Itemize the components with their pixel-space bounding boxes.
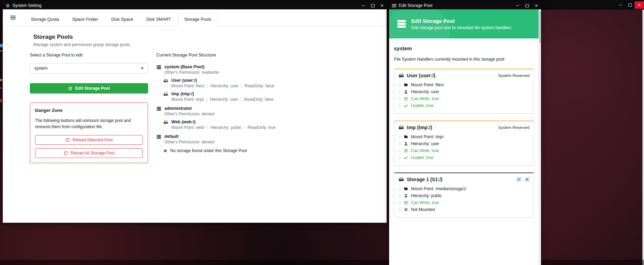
window-title: Edit Storage Pool xyxy=(399,3,432,8)
hdd-icon xyxy=(398,177,404,182)
hdd-icon xyxy=(163,78,168,83)
maximize-button[interactable] xyxy=(522,2,532,9)
mount-node-tmp: tmp (tmp:/) Mount Point: tmp/|Hierarchy:… xyxy=(163,91,378,102)
check-icon xyxy=(404,156,408,160)
storage-pool-icon xyxy=(397,19,406,29)
settings-tabbar: Storage Quota Space Finder Disk Space Di… xyxy=(3,9,387,26)
tab-disk-smart[interactable]: Disk SMART xyxy=(140,13,178,26)
handler-card-tmp: tmp (tmp:/) System Reserved Mount Point:… xyxy=(394,121,534,166)
handler-detail-row: Hierarchy: public xyxy=(398,192,530,199)
desktop-label-fragment: xt xyxy=(0,50,2,52)
close-icon xyxy=(380,3,383,8)
gear-icon xyxy=(6,3,10,8)
mount-node-web: Web (web:/) Mount Point: web/|Hierarchy:… xyxy=(163,120,378,130)
hdd-icon xyxy=(398,73,404,78)
maximize-button[interactable] xyxy=(368,2,377,9)
edit-icon xyxy=(68,86,72,91)
background-window-edge xyxy=(642,10,644,265)
tab-space-finder[interactable]: Space Finder xyxy=(66,13,104,26)
desktop-label-fragment: 1. xyxy=(0,87,2,89)
edit-pool-titlebar[interactable]: Edit Storage Pool xyxy=(389,2,541,9)
mount-details: Mount Point: web/|Hierarchy: public|Read… xyxy=(171,125,275,130)
background-minimize-button[interactable] xyxy=(616,1,625,9)
menu-button[interactable] xyxy=(10,9,24,26)
danger-zone-text: The following buttons will unmount stora… xyxy=(35,117,143,130)
reload-selected-pool-button[interactable]: Reload Selected Pool xyxy=(35,135,143,145)
handler-card-storage1: Storage 1 (S1:/) Mount Point: /media/sto… xyxy=(394,173,534,218)
pool-permission: Other's Permission: denied xyxy=(164,140,214,144)
page-subtitle: Manage system and permission group stora… xyxy=(33,42,378,47)
edit-storage-pool-window: Edit Storage Pool Edit Storage Pool Edit… xyxy=(389,2,541,265)
edit-pool-content: Edit Storage Pool Edit storage pool and … xyxy=(389,9,539,265)
system-reserved-badge: System Reserved xyxy=(498,125,530,130)
handler-name: tmp (tmp:/) xyxy=(407,125,432,130)
mount-name: User (user:/) xyxy=(171,78,274,83)
remove-handler-icon[interactable] xyxy=(525,177,530,182)
mount-details: Mount Point: tmp/|Hierarchy: user|ReadOn… xyxy=(171,97,274,102)
empty-pool-message: No storage found under this Storage Pool xyxy=(163,148,378,153)
desktop-icon-fragment: W xyxy=(0,44,3,47)
handler-detail-row: Hierarchy: user xyxy=(398,88,530,95)
window-controls xyxy=(513,2,541,9)
folder-icon xyxy=(404,187,408,191)
tab-storage-quota[interactable]: Storage Quota xyxy=(24,13,66,26)
pool-node-administrator: administrator Other's Permission: denied… xyxy=(156,106,378,130)
handler-detail-row: Mount Point: /media/storage1/ xyxy=(398,185,530,192)
close-button[interactable] xyxy=(532,2,541,9)
storage-pool-icon xyxy=(156,106,161,111)
user-icon xyxy=(404,194,408,198)
handler-detail-row: Can Write: true xyxy=(398,95,530,102)
tab-disk-space[interactable]: Disk Space xyxy=(105,13,140,26)
edit-icon xyxy=(404,149,408,153)
edit-icon xyxy=(404,201,408,205)
system-setting-titlebar[interactable]: System Setting xyxy=(3,2,387,9)
page-title: Storage Pools xyxy=(33,34,378,41)
pool-structure-column: Current Storage Pool Structure system (B… xyxy=(156,53,378,163)
pool-edit-column: Select a Storage Pool to edit system Edi… xyxy=(30,53,148,163)
folder-icon xyxy=(404,135,408,139)
background-maximize-button[interactable] xyxy=(625,1,635,9)
close-icon xyxy=(638,2,641,8)
pool-name: administrator xyxy=(164,106,214,111)
edit-icon xyxy=(404,97,408,101)
banner-subtitle: Edit storage pool and its mounted file s… xyxy=(411,25,511,30)
handler-name: Storage 1 (S1:/) xyxy=(407,177,443,182)
tab-storage-pools[interactable]: Storage Pools xyxy=(178,13,218,26)
handler-detail-row: Mount Point: files/ xyxy=(398,81,530,88)
storage-pool-select[interactable]: system xyxy=(30,63,148,73)
folder-icon xyxy=(404,83,408,87)
edit-storage-pool-button[interactable]: Edit Storage Pool xyxy=(30,83,148,94)
cross-icon xyxy=(404,207,408,212)
background-close-button[interactable] xyxy=(635,1,644,9)
danger-zone-card: Danger Zone The following buttons will u… xyxy=(30,103,148,163)
chevron-down-icon xyxy=(141,68,144,69)
hdd-icon xyxy=(163,120,168,125)
close-icon xyxy=(535,3,538,8)
scrollbar-thumb[interactable] xyxy=(539,11,541,43)
mount-name: tmp (tmp:/) xyxy=(171,91,274,96)
select-pool-label: Select a Storage Pool to edit xyxy=(30,53,148,58)
handler-card-user: User (user:/) System Reserved Mount Poin… xyxy=(394,69,534,114)
storage-pools-page: Storage Pools Manage system and permissi… xyxy=(3,26,387,163)
mount-node-user: User (user:/) Mount Point: files/|Hierar… xyxy=(163,78,378,88)
pool-node-default: default Other's Permission: denied No st… xyxy=(156,134,378,153)
close-button[interactable] xyxy=(377,2,387,9)
selected-pool-value: system xyxy=(34,66,48,71)
minimize-button[interactable] xyxy=(513,2,522,9)
refresh-icon xyxy=(63,151,68,156)
mount-details: Mount Point: files/|Hierarchy: user|Read… xyxy=(171,83,274,88)
minimize-button[interactable] xyxy=(359,2,368,9)
handler-actions xyxy=(516,177,530,182)
hamburger-icon xyxy=(392,3,396,8)
window-title: System Setting xyxy=(12,3,42,8)
scrollbar[interactable] xyxy=(539,9,541,265)
reload-all-pool-button[interactable]: Reload All Storage Pool xyxy=(35,148,143,158)
edit-handler-icon[interactable] xyxy=(516,177,521,182)
hdd-icon xyxy=(398,125,404,130)
hdd-icon xyxy=(163,92,168,97)
mount-name: Web (web:/) xyxy=(171,120,275,124)
pool-name-heading: system xyxy=(394,45,539,51)
window-controls xyxy=(359,2,387,9)
desktop-bottom-edge xyxy=(0,260,644,265)
refresh-icon xyxy=(65,138,70,142)
